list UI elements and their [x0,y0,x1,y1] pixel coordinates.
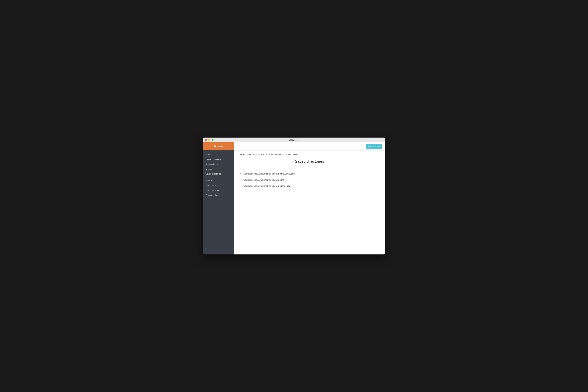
sidebar-item-images[interactable]: Images [203,166,234,172]
sidebar-header: Browse [203,142,234,150]
sidebar-actions-label: Actions [203,176,234,183]
directory-item-1[interactable]: /Users/ericchou/Documents/Programming [243,177,381,183]
minimize-button[interactable] [208,139,210,141]
directories-list: /Users/ericchou/Documents/Programming/Ja… [238,171,381,189]
sidebar-item-compose-up[interactable]: Compose up [203,183,234,188]
directory-item-0[interactable]: /Users/ericchou/Documents/Programming/Ja… [243,171,381,177]
directory-item-2[interactable]: /Users/ericchou/Documents/Programming/Ru… [243,183,381,189]
content-area: Clear history Current Directory: /Users/… [234,142,385,254]
close-button[interactable] [205,139,207,141]
maximize-button[interactable] [211,139,214,141]
sidebar-item-stop-containers[interactable]: Stop containers [203,193,234,198]
sidebar-item-compose-down[interactable]: Compose down [203,188,234,193]
sidebar-item-saved-directories[interactable]: Saved directories [203,172,234,176]
sidebar-item-online-containers[interactable]: Online containers [203,157,234,162]
sidebar-views-label: Views [203,150,234,157]
content-toolbar: Clear history [234,142,385,150]
titlebar-buttons [205,139,214,141]
section-divider [238,167,381,167]
page-title: Saved directories [238,159,381,164]
clear-history-button[interactable]: Clear history [366,144,382,149]
titlebar: SpinDocker [203,138,385,142]
content-body: Current Directory: /Users/ericchou/Docum… [234,150,385,254]
main-layout: Browse Views Online containers All conta… [203,142,385,254]
window-title: SpinDocker [289,139,299,141]
current-directory: Current Directory: /Users/ericchou/Docum… [238,153,381,156]
app-window: SpinDocker Browse Views Online container… [203,138,385,254]
sidebar: Browse Views Online containers All conta… [203,142,234,254]
sidebar-item-all-containers[interactable]: All containers [203,162,234,166]
